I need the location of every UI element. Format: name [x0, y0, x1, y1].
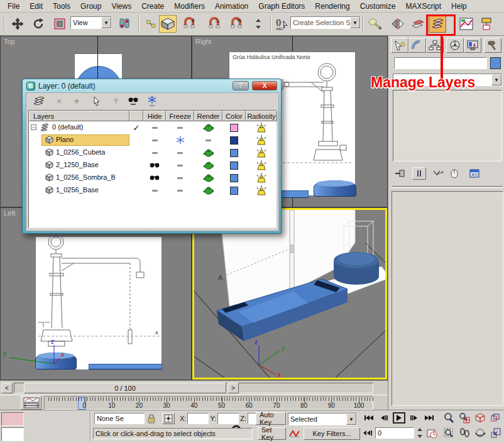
object-color-swatch[interactable]	[490, 57, 501, 69]
column-header-render[interactable]: Render	[194, 111, 222, 121]
pan-button[interactable]	[458, 427, 471, 439]
select-and-move-button[interactable]	[9, 15, 26, 33]
dropdown-arrow-icon[interactable]: ▼	[346, 413, 356, 425]
toolbar-grip[interactable]	[4, 16, 5, 31]
key-mode-toggle[interactable]	[363, 427, 373, 439]
radiosity-cell[interactable]	[246, 134, 277, 146]
next-frame-button[interactable]	[408, 412, 420, 424]
key-selection-dropdown[interactable]: Selected ▼	[288, 413, 357, 425]
key-filters-button[interactable]: Key Filters...	[304, 427, 360, 440]
layer-row-2_1250_Base[interactable]: 2_1250_Base	[29, 159, 276, 172]
select-and-rotate-button[interactable]	[30, 15, 47, 33]
frame-spinner[interactable]	[417, 427, 423, 439]
freeze-cell[interactable]	[166, 184, 194, 197]
zoom-extents-button[interactable]	[474, 412, 486, 424]
layer-row-0-default-[interactable]: −0 (default)✓	[29, 121, 276, 134]
hide-cell[interactable]	[143, 159, 166, 172]
angle-snap-button[interactable]	[205, 15, 223, 33]
maxscript-mini-listener-white[interactable]	[1, 427, 24, 441]
current-layer-cell[interactable]	[129, 159, 143, 172]
render-cell[interactable]	[194, 172, 222, 184]
select-and-link-button[interactable]	[142, 15, 160, 33]
radiosity-cell[interactable]	[246, 184, 277, 197]
make-unique-button[interactable]	[431, 167, 445, 180]
menu-item-rendering[interactable]: Rendering	[310, 1, 354, 12]
snap-toggle-3d-button[interactable]: 3	[180, 15, 198, 33]
create-selection-set-combo[interactable]: Create Selection Set ▼	[290, 16, 361, 29]
current-layer-cell[interactable]	[129, 134, 143, 146]
rollout-area[interactable]	[392, 191, 503, 406]
color-cell[interactable]	[222, 146, 246, 159]
curve-editor-button[interactable]	[457, 15, 475, 33]
layer-row-1_0256_Sombra_B[interactable]: 1_0256_Sombra_B	[29, 172, 276, 184]
time-slider-thumb[interactable]: 0 / 100	[24, 383, 226, 393]
freeze-cell[interactable]	[166, 121, 194, 134]
time-forward-button[interactable]: >	[227, 383, 239, 393]
percent-snap-button[interactable]: %	[227, 15, 245, 33]
layer-row-Plano[interactable]: Plano	[29, 134, 276, 146]
zoom-all-button[interactable]	[458, 412, 471, 424]
menu-item-edit[interactable]: Edit	[25, 1, 48, 12]
color-cell[interactable]	[222, 134, 246, 146]
delete-layer-button[interactable]: ✕	[52, 95, 67, 107]
previous-frame-button[interactable]	[378, 412, 390, 424]
play-button[interactable]	[393, 412, 405, 424]
time-configuration-button[interactable]	[425, 427, 438, 439]
dialog-help-button[interactable]: ?	[233, 81, 249, 90]
layer-row-1_0256_Base[interactable]: 1_0256_Base	[29, 184, 276, 197]
layer-name[interactable]: 1_0256_Cubeta	[56, 148, 105, 156]
pin-stack-button[interactable]	[393, 167, 407, 180]
x-coordinate-field[interactable]	[187, 413, 209, 424]
layer-name[interactable]: 1_0256_Base	[56, 186, 99, 194]
menu-item-graph-editors[interactable]: Graph Editors	[253, 1, 310, 12]
dropdown-arrow-icon[interactable]: ▼	[101, 17, 111, 28]
layer-name[interactable]: 2_1250_Base	[56, 161, 99, 168]
current-layer-cell[interactable]: ✓	[129, 121, 143, 134]
tab-create[interactable]	[391, 38, 408, 53]
menu-item-help[interactable]: Help	[446, 1, 472, 12]
current-frame-field[interactable]: 0	[375, 427, 414, 439]
menu-item-modifiers[interactable]: Modifiers	[169, 1, 210, 12]
selection-lock-icon[interactable]	[145, 413, 158, 424]
layer-row-1_0256_Cubeta[interactable]: 1_0256_Cubeta	[29, 146, 276, 159]
show-end-result-button[interactable]	[412, 167, 426, 180]
freeze-cell[interactable]	[166, 134, 194, 146]
menu-item-tools[interactable]: Tools	[48, 1, 75, 12]
hide-cell[interactable]	[143, 172, 166, 184]
select-and-scale-button[interactable]	[51, 15, 68, 33]
time-back-button[interactable]: <	[1, 383, 13, 393]
select-highlighted-button[interactable]	[89, 95, 104, 107]
dialog-title-bar[interactable]: G Layer: 0 (default) ? X	[23, 79, 281, 92]
freeze-toggle-button[interactable]	[145, 95, 160, 107]
absolute-mode-toggle[interactable]	[162, 413, 175, 424]
snaps-toggle-button[interactable]	[159, 15, 177, 33]
reference-coordinate-dropdown[interactable]: View ▼	[70, 16, 112, 29]
zoom-extents-all-button[interactable]	[490, 412, 502, 424]
schematic-view-button[interactable]	[478, 15, 495, 33]
arc-rotate-button[interactable]	[474, 427, 486, 439]
column-header-color[interactable]: Color	[222, 111, 246, 121]
color-cell[interactable]	[222, 159, 246, 172]
current-layer-cell[interactable]	[129, 184, 143, 197]
color-cell[interactable]	[222, 121, 246, 134]
radiosity-cell[interactable]	[246, 172, 277, 184]
zoom-region-button[interactable]	[442, 427, 455, 439]
column-header-current[interactable]	[129, 111, 143, 121]
hide-toggle-button[interactable]	[126, 95, 141, 107]
configure-modifier-sets-button[interactable]	[468, 167, 481, 180]
color-cell[interactable]	[222, 184, 246, 197]
zoom-button[interactable]	[442, 412, 455, 424]
hide-cell[interactable]	[143, 184, 166, 197]
hide-cell[interactable]	[143, 146, 166, 159]
render-cell[interactable]	[194, 146, 222, 159]
go-to-start-button[interactable]	[363, 412, 375, 424]
menu-item-group[interactable]: Group	[75, 1, 106, 12]
maxscript-mini-listener-pink[interactable]	[1, 412, 24, 426]
layer-name[interactable]: 0 (default)	[52, 123, 84, 131]
new-key-curve-icon[interactable]	[288, 427, 302, 440]
set-key-button[interactable]: Set Key	[258, 427, 286, 440]
tab-modify[interactable]	[408, 38, 426, 53]
freeze-cell[interactable]	[166, 172, 194, 184]
open-mini-curve-editor-button[interactable]	[21, 396, 41, 410]
layer-help-button[interactable]: ?	[108, 95, 123, 107]
